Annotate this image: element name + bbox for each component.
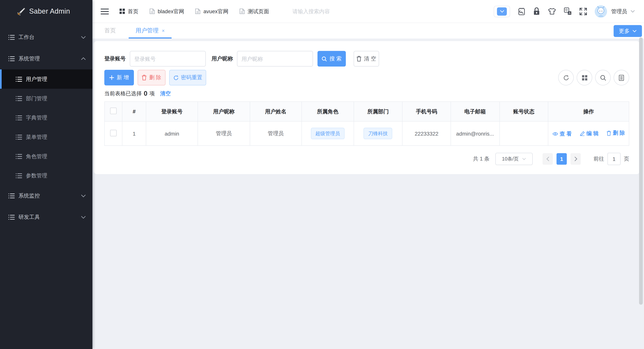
sidebar-item-dept-mgmt[interactable]: 部门管理 [0, 89, 92, 108]
selection-clear-link[interactable]: 清空 [160, 90, 171, 98]
sidebar-item-menu-mgmt[interactable]: 菜单管理 [0, 127, 92, 147]
sidebar-item-workbench[interactable]: 工作台 [0, 27, 92, 48]
add-button[interactable]: 新 增 [104, 70, 134, 85]
header-nickname: 用户昵称 [198, 102, 250, 122]
row-checkbox[interactable] [110, 130, 116, 136]
grid-icon [582, 75, 587, 80]
edit-pencil-icon [580, 131, 585, 136]
sidebar-item-user-mgmt[interactable]: 用户管理 [0, 70, 92, 89]
eye-icon [552, 132, 558, 136]
cell-email: admin@ronris... [451, 122, 500, 146]
cell-actions: 查 看 编 辑 删 除 [548, 122, 629, 146]
topnav-item-home[interactable]: 首页 [120, 8, 138, 15]
scrollbar-thumb[interactable] [639, 38, 643, 305]
header-status: 账号状态 [500, 102, 548, 122]
topnav-item-avuex[interactable]: avuex官网 [195, 8, 228, 15]
list-icon [16, 173, 22, 178]
filter-label-account: 登录账号 [104, 55, 126, 62]
column-grid-button[interactable] [577, 70, 592, 85]
sidebar-item-dict-mgmt[interactable]: 字典管理 [0, 108, 92, 127]
edit-link-label: 编 辑 [586, 130, 598, 137]
sidebar-item-label: 用户管理 [26, 75, 47, 83]
list-icon [8, 56, 15, 62]
header-dept: 所属部门 [354, 102, 402, 122]
topnav-item-bladex[interactable]: bladex官网 [150, 8, 184, 15]
top-menu-toggle-button[interactable] [494, 6, 510, 17]
more-label: 更多 [619, 27, 630, 35]
doc-icon [150, 8, 155, 14]
page-number-button[interactable]: 1 [556, 153, 567, 165]
svg-text:中: 中 [565, 8, 568, 12]
navbar-actions: 中 A [494, 5, 635, 18]
cell-index: 1 [122, 122, 146, 146]
filter-input-account[interactable] [130, 51, 206, 66]
close-icon[interactable]: × [162, 28, 165, 34]
trash-icon [356, 56, 362, 62]
sidebar-item-system-mgmt[interactable]: 系统管理 [0, 48, 92, 70]
search-button[interactable]: 搜 索 [318, 51, 346, 66]
user-name[interactable]: 管理员 [611, 8, 627, 15]
list-icon [8, 214, 15, 220]
chevron-right-icon [574, 156, 577, 162]
debug-clipboard-icon[interactable] [518, 7, 526, 15]
tab-home[interactable]: 首页 [96, 23, 124, 38]
app-root: Saber Admin 工作台 系统管理 [0, 0, 644, 349]
page-size-select[interactable]: 10条/页 [495, 153, 533, 165]
sidebar-collapse-button[interactable] [101, 7, 109, 16]
global-search-input[interactable] [292, 8, 355, 15]
tabs-more-button[interactable]: 更多 [614, 25, 642, 37]
sidebar-item-role-mgmt[interactable]: 角色管理 [0, 147, 92, 166]
clear-button[interactable]: 清 空 [354, 51, 379, 66]
prev-page-button[interactable] [542, 153, 553, 165]
app-logo[interactable]: Saber Admin [0, 0, 92, 23]
trash-icon [142, 75, 147, 80]
delete-link[interactable]: 删 除 [606, 130, 625, 137]
list-icon [8, 193, 15, 199]
table-setting-buttons [558, 70, 629, 85]
saber-sword-icon [16, 7, 26, 16]
user-avatar[interactable] [595, 5, 607, 18]
delete-button[interactable]: 删 除 [138, 70, 166, 85]
dept-tag[interactable]: 刀锋科技 [364, 128, 392, 139]
pagination-total: 共 1 条 [473, 155, 490, 163]
filter-input-nickname[interactable] [237, 51, 313, 66]
delete-link-label: 删 除 [613, 130, 625, 137]
header-index: # [122, 102, 146, 122]
next-page-button[interactable] [570, 153, 581, 165]
clear-button-label: 清 空 [364, 55, 376, 62]
chevron-left-icon [546, 156, 549, 162]
topnav-item-test-page[interactable]: 测试页面 [240, 8, 269, 15]
view-link[interactable]: 查 看 [552, 130, 572, 138]
cell-name: 管理员 [250, 122, 302, 146]
select-all-checkbox[interactable] [110, 108, 116, 114]
lock-icon[interactable] [533, 8, 540, 15]
column-config-button[interactable] [614, 70, 629, 85]
page-background: 登录账号 用户昵称 搜 索 清 空 [92, 38, 644, 349]
main-area: 首页 bladex官网 avuex官网 测试页面 [92, 0, 644, 349]
column-search-button[interactable] [595, 70, 611, 85]
list-icon [8, 34, 15, 40]
app-title: Saber Admin [29, 7, 70, 15]
sidebar-item-dev-tools[interactable]: 研发工具 [0, 206, 92, 228]
translate-icon[interactable]: 中 A [564, 8, 572, 15]
selection-prefix: 当前表格已选择 [104, 90, 142, 98]
sidebar-item-system-monitor[interactable]: 系统监控 [0, 185, 92, 206]
role-tag[interactable]: 超级管理员 [311, 128, 345, 139]
chevron-down-icon [81, 194, 86, 198]
edit-link[interactable]: 编 辑 [580, 130, 599, 137]
sidebar-item-label: 字典管理 [26, 114, 47, 122]
doc-icon [195, 8, 200, 14]
cell-dept: 刀锋科技 [354, 122, 402, 146]
search-icon [322, 56, 327, 61]
sidebar-item-param-mgmt[interactable]: 参数管理 [0, 166, 92, 185]
theme-tshirt-icon[interactable] [548, 8, 556, 15]
selection-suffix: 项 [150, 90, 155, 98]
chevron-down-icon [522, 158, 526, 160]
fullscreen-icon[interactable] [580, 8, 587, 15]
sidebar-item-label: 系统监控 [18, 192, 40, 200]
goto-page-input[interactable] [607, 153, 620, 165]
topnav-item-label: 首页 [128, 8, 138, 15]
refresh-button[interactable] [558, 70, 574, 85]
tab-user-mgmt[interactable]: 用户管理 × [128, 23, 172, 38]
reset-password-button[interactable]: 密码重置 [169, 70, 206, 85]
